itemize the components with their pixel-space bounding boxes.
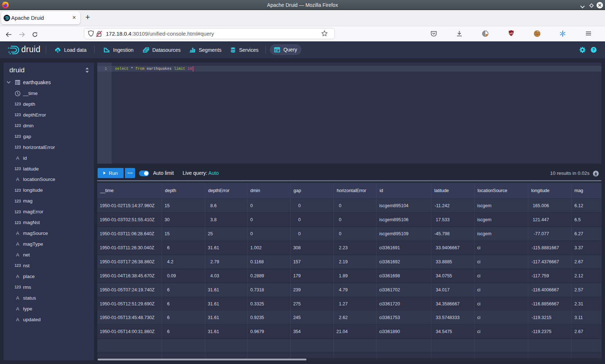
svg-text:?: ? — [592, 47, 595, 52]
svg-text:u0: u0 — [510, 32, 513, 35]
